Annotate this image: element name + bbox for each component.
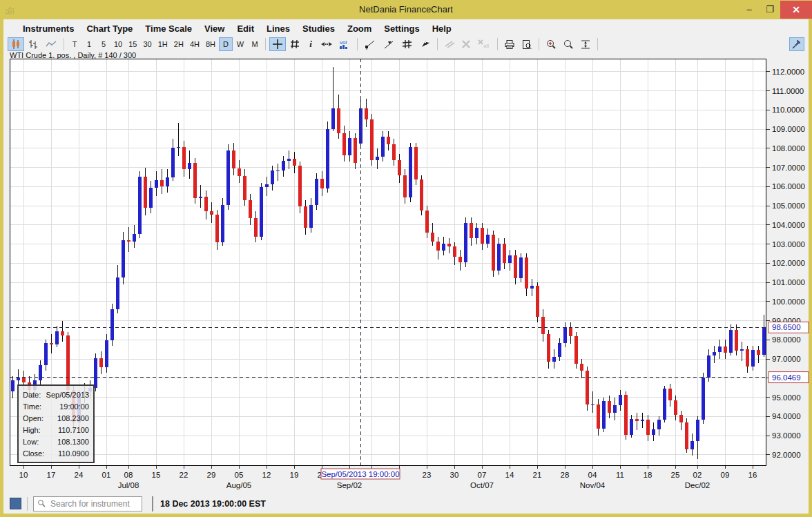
channel-button[interactable] <box>398 37 416 51</box>
x-axis-label: 12 <box>262 471 271 479</box>
line-chart-button[interactable] <box>42 37 60 51</box>
timeframe-button-w[interactable]: W <box>233 37 247 51</box>
menu-item-studies[interactable]: Studies <box>302 23 335 34</box>
candle-body-oct-11 <box>503 244 506 262</box>
volume-button[interactable]: vol <box>336 37 354 51</box>
candle-body-jun-17 <box>50 343 53 344</box>
search-input[interactable] <box>49 498 133 509</box>
y-axis-label: 94.0000 <box>772 412 801 420</box>
maximize-button[interactable]: ❐ <box>760 2 780 17</box>
instrument-search-box[interactable] <box>33 496 142 511</box>
candlestick-chart-button[interactable] <box>8 37 24 51</box>
timeframe-button-d[interactable]: D <box>219 37 233 51</box>
print-preview-button[interactable] <box>519 37 535 51</box>
minimize-button[interactable]: – <box>739 2 760 17</box>
tooltip-date-label: Date: <box>23 391 41 399</box>
pin-button[interactable] <box>789 37 804 51</box>
y-axis-label: 111.0000 <box>772 87 804 95</box>
candle-body-aug-13 <box>271 170 274 184</box>
info-button[interactable]: i <box>304 37 318 51</box>
candle-body-sep-10 <box>376 157 379 160</box>
zoom-out-button[interactable] <box>560 37 577 51</box>
menu-item-help[interactable]: Help <box>432 23 452 34</box>
candle-body-dec-03 <box>702 378 705 420</box>
candle-body-jul-18 <box>171 148 175 177</box>
menu-item-zoom[interactable]: Zoom <box>347 23 371 34</box>
candle-body-oct-01 <box>458 257 462 262</box>
candle-body-jul-22 <box>182 147 186 169</box>
trendline-angle-button[interactable] <box>380 37 398 51</box>
pan-button[interactable] <box>318 37 335 51</box>
price-chart[interactable]: 92.000093.000094.000095.000096.000097.00… <box>10 59 812 491</box>
x-axis-month-label: Nov/04 <box>580 481 606 489</box>
ohlc-bars-button[interactable] <box>25 37 41 51</box>
timeframe-button-5[interactable]: 5 <box>97 37 110 51</box>
candle-body-dec-06 <box>718 347 722 351</box>
candle-body-aug-15 <box>282 161 285 170</box>
x-axis-label: 28 <box>561 471 570 479</box>
delete-line-button[interactable] <box>458 37 474 51</box>
timeframe-button-15[interactable]: 15 <box>126 37 139 51</box>
toolbar-separator <box>597 38 598 50</box>
timeframe-button-1[interactable]: 1 <box>82 37 96 51</box>
candle-body-nov-21 <box>663 389 666 419</box>
x-axis-month-label: Sep/02 <box>337 481 362 489</box>
candle-body-nov-29 <box>690 441 694 449</box>
timeframe-button-4h[interactable]: 4H <box>187 37 202 51</box>
timeframe-button-1h[interactable]: 1H <box>155 37 171 51</box>
candle-body-jul-23 <box>188 163 191 169</box>
parallel-lines-button[interactable] <box>441 37 458 51</box>
menu-item-instruments[interactable]: Instruments <box>23 23 74 34</box>
close-button[interactable]: ✕ <box>780 1 812 19</box>
candle-body-jul-02 <box>110 309 114 340</box>
candle-body-nov-08 <box>613 405 617 413</box>
menu-item-chart-type[interactable]: Chart Type <box>86 23 133 34</box>
candle-body-jul-11 <box>144 177 147 208</box>
timeframe-button-t[interactable]: T <box>68 37 81 51</box>
candle-body-nov-13 <box>630 419 633 435</box>
zoom-in-button[interactable] <box>543 37 559 51</box>
y-axis-label: 97.0000 <box>772 355 801 363</box>
candle-body-jul-01 <box>105 340 108 368</box>
candle-body-oct-15 <box>514 255 517 278</box>
timeframe-button-2h[interactable]: 2H <box>171 37 186 51</box>
delete-all-button[interactable]: all <box>474 37 494 51</box>
timeframe-button-8h[interactable]: 8H <box>203 37 218 51</box>
candle-body-aug-14 <box>276 170 280 171</box>
menu-item-view[interactable]: View <box>204 23 224 34</box>
crosshair-button[interactable] <box>269 37 286 51</box>
candle-body-sep-04 <box>354 138 357 163</box>
menu-item-time-scale[interactable]: Time Scale <box>145 23 192 34</box>
menu-item-edit[interactable]: Edit <box>237 23 254 34</box>
trendline-button[interactable] <box>361 37 379 51</box>
tooltip-open-value: 108.2300 <box>57 414 89 422</box>
x-axis-label: 23 <box>423 471 432 479</box>
candle-body-nov-01 <box>586 371 589 404</box>
candle-body-oct-04 <box>475 228 478 238</box>
menu-item-lines[interactable]: Lines <box>267 23 290 34</box>
fit-vertical-button[interactable] <box>577 37 594 51</box>
crosshair-date-badge: Sep/05/2013 19:00:00 <box>321 470 399 478</box>
candle-body-sep-23 <box>425 211 429 233</box>
grid-button[interactable] <box>287 37 303 51</box>
timeframe-button-30[interactable]: 30 <box>141 37 155 51</box>
candle-body-oct-09 <box>492 235 495 271</box>
candle-body-aug-08 <box>254 218 258 237</box>
candle-body-jul-30 <box>215 215 219 243</box>
x-axis-label: 24 <box>75 471 84 479</box>
candle-body-nov-22 <box>668 389 672 400</box>
timeframe-button-m[interactable]: M <box>248 37 262 51</box>
tooltip-open-label: Open: <box>23 414 44 422</box>
volume-icon-label: vol <box>340 39 347 46</box>
y-axis-label: 105.0000 <box>772 202 805 210</box>
current-time: 18 Dec 2013 19:00:00 EST <box>160 499 266 509</box>
print-button[interactable] <box>501 37 518 51</box>
pointer-button[interactable] <box>417 37 434 51</box>
toolbar-separator <box>265 38 266 50</box>
candle-body-jul-05 <box>122 240 125 278</box>
client-area: InstrumentsChart TypeTime ScaleViewEditL… <box>3 19 809 514</box>
timeframe-button-10[interactable]: 10 <box>111 37 125 51</box>
menu-item-settings[interactable]: Settings <box>384 23 419 34</box>
x-axis-label: 21 <box>533 471 542 479</box>
candle-body-sep-05 <box>359 108 362 144</box>
